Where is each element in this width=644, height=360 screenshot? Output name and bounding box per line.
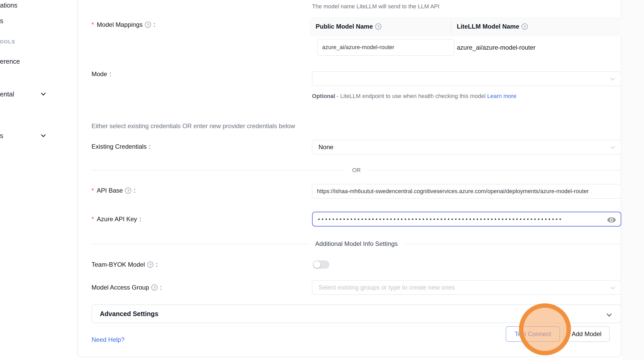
model-mappings-table-header: Public Model Name ? LiteLLM Model Name ? [310,17,621,36]
sidebar-item-label: s [0,17,3,24]
sidebar-item-settings[interactable]: s [0,132,3,140]
colon: : [139,215,141,223]
credentials-note: Either select existing credentials OR en… [92,122,295,130]
label-text: Mode [92,70,107,78]
add-model-button[interactable]: Add Model [563,326,610,342]
help-question-icon[interactable]: ? [151,284,158,291]
team-byok-toggle[interactable] [313,260,329,269]
team-byok-label: Team-BYOK Model ? : [92,260,158,269]
help-question-icon[interactable]: ? [145,22,151,28]
select-placeholder: Select existing groups or type to create… [318,284,455,291]
advanced-settings-title: Advanced Settings [100,310,158,318]
additional-settings-divider: Additional Model Info Settings [92,240,621,247]
chevron-down-icon [610,144,615,149]
litellm-model-name-header: LiteLLM Model Name ? [457,17,528,36]
learn-more-link[interactable]: Learn more [487,93,517,99]
model-access-group-label: Model Access Group ? : [92,283,162,292]
help-question-icon[interactable]: ? [147,261,153,268]
divider-text: Additional Model Info Settings [315,240,398,247]
helper-text: - LiteLLM endpoint to use when health ch… [335,93,487,99]
litellm-model-name-value: azure_ai/azure-model-router [457,44,536,51]
chevron-down-icon [610,76,615,80]
sidebar-section-label: TOOLS [0,39,15,44]
colon: : [134,187,135,194]
model-mappings-label: * Model Mappings ? : [92,20,155,29]
api-base-label: * API Base ? : [92,186,135,195]
divider-line [92,170,346,171]
need-help-link[interactable]: Need Help? [92,336,125,343]
or-divider: OR [92,167,621,174]
sidebar-item-organizations[interactable]: ations [0,2,17,9]
colon: : [149,143,151,150]
chevron-down-icon[interactable] [41,132,45,137]
label-text: Existing Credentials [92,143,147,150]
label-text: Model Access Group [92,284,149,291]
divider-line [405,244,621,244]
existing-credentials-label: Existing Credentials : [92,142,151,151]
test-connect-button[interactable]: Test Connect [506,326,560,342]
mode-label: Mode : [92,70,111,78]
toggle-knob [314,261,320,268]
colon: : [153,21,155,28]
api-base-input[interactable] [312,184,621,199]
azure-api-key-label: * Azure API Key : [92,215,141,224]
chevron-down-icon [610,284,615,289]
add-model-page: ations s TOOLS erence ental s The model … [0,0,644,360]
sidebar-item-inference[interactable]: erence [0,58,20,65]
divider-line [92,244,308,244]
model-access-group-select[interactable]: Select existing groups or type to create… [312,280,621,295]
public-model-name-header: Public Model Name ? [316,17,381,36]
label-text: API Base [97,187,123,194]
model-name-helper-text: The model name LiteLLM will send to the … [312,3,439,10]
select-value: None [318,143,333,151]
colon: : [156,261,158,268]
header-text: LiteLLM Model Name [457,23,519,30]
column-separator [451,21,451,32]
help-question-icon[interactable]: ? [375,23,381,30]
divider-line [368,170,622,171]
public-model-name-input[interactable] [317,39,454,56]
colon: : [160,284,162,291]
chevron-down-icon[interactable] [41,91,45,95]
masked-key-value: ••••••••••••••••••••••••••••••••••••••••… [318,216,563,222]
required-asterisk: * [92,187,94,194]
sidebar-item-label: s [0,132,3,139]
required-asterisk: * [92,21,94,28]
sidebar-item-experimental[interactable]: ental [0,90,14,98]
helper-bold: Optional [312,93,335,99]
help-question-icon[interactable]: ? [125,187,131,194]
advanced-settings-panel[interactable]: Advanced Settings [92,304,621,323]
mode-helper-text: Optional - LiteLLM endpoint to use when … [312,91,520,101]
sidebar-item-label: ations [0,2,17,9]
sidebar-item-label: ental [0,90,14,98]
existing-credentials-select[interactable]: None [312,140,621,154]
label-text: Team-BYOK Model [92,261,145,268]
page-right-gutter [622,0,644,360]
chevron-down-icon [607,311,612,317]
header-text: Public Model Name [316,23,373,30]
sidebar-item-label: erence [0,58,20,65]
mode-select[interactable] [312,71,621,86]
add-model-form-card: The model name LiteLLM will send to the … [77,0,621,357]
sidebar-item-users[interactable]: s [0,17,3,25]
sidebar: ations s TOOLS erence ental s [0,0,77,360]
colon: : [109,70,111,78]
sidebar-section-tools: TOOLS [0,39,15,45]
label-text: Azure API Key [97,215,137,223]
eye-icon[interactable] [607,217,616,223]
azure-api-key-input[interactable]: ••••••••••••••••••••••••••••••••••••••••… [312,212,621,227]
help-question-icon[interactable]: ? [522,23,528,30]
label-text: Model Mappings [97,21,142,28]
required-asterisk: * [92,215,94,223]
divider-text: OR [352,167,361,174]
